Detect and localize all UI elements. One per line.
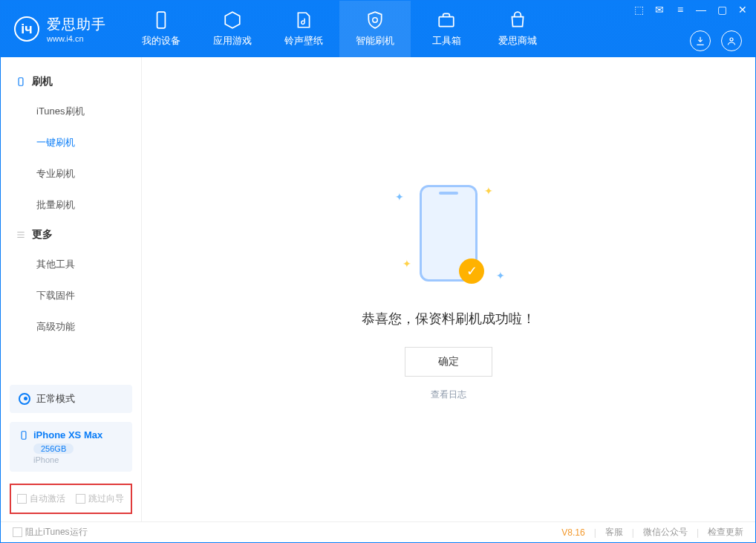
bag-icon <box>508 10 527 30</box>
block-itunes-checkbox[interactable]: 阻止iTunes运行 <box>13 526 88 539</box>
cube-icon <box>223 10 242 30</box>
phone-outline-icon: ✓ <box>420 185 478 282</box>
nav-label: 我的设备 <box>142 34 180 48</box>
feedback-icon[interactable]: ✉ <box>653 4 666 16</box>
device-name: iPhone XS Max <box>33 429 102 440</box>
shield-refresh-icon <box>365 10 385 30</box>
sidebar-section-more: 更多 <box>1 221 141 249</box>
nav-item-apps[interactable]: 应用游戏 <box>197 1 268 57</box>
device-phone-icon <box>19 430 29 440</box>
check-update-link[interactable]: 检查更新 <box>708 526 743 539</box>
sidebar-item-pro-flash[interactable]: 专业刷机 <box>1 158 141 189</box>
top-nav: 我的设备 应用游戏 铃声壁纸 智能刷机 工具箱 爱思商城 <box>126 1 553 57</box>
nav-item-ringtone[interactable]: 铃声壁纸 <box>268 1 339 57</box>
highlighted-options: 自动激活 跳过向导 <box>10 484 132 514</box>
svg-rect-1 <box>439 17 454 27</box>
minimize-button[interactable]: — <box>694 4 708 16</box>
app-name: 爱思助手 <box>47 15 106 34</box>
mode-card[interactable]: 正常模式 <box>10 385 132 413</box>
sidebar-item-itunes-flash[interactable]: iTunes刷机 <box>1 96 141 127</box>
nav-label: 铃声壁纸 <box>284 34 323 48</box>
device-card[interactable]: iPhone XS Max 256GB iPhone <box>10 422 132 472</box>
success-illustration: ✦ ✦ ✦ ✦ ✓ <box>382 178 515 289</box>
mode-label: 正常模式 <box>36 392 75 406</box>
logo-area: iч 爱思助手 www.i4.cn <box>1 15 120 43</box>
nav-item-device[interactable]: 我的设备 <box>126 1 197 57</box>
view-log-link[interactable]: 查看日志 <box>431 388 466 401</box>
skip-wizard-checkbox[interactable]: 跳过向导 <box>76 492 124 505</box>
phone-small-icon <box>16 77 26 87</box>
checkmark-icon: ✓ <box>459 259 484 284</box>
sidebar-item-other-tools[interactable]: 其他工具 <box>1 249 141 280</box>
skin-icon[interactable]: ⬚ <box>632 4 645 16</box>
window-controls: ⬚ ✉ ≡ — ▢ ✕ <box>632 4 749 16</box>
sidebar-item-onekey-flash[interactable]: 一键刷机 <box>1 127 141 158</box>
app-url: www.i4.cn <box>47 34 106 43</box>
success-message: 恭喜您，保资料刷机成功啦！ <box>362 310 535 328</box>
maximize-button[interactable]: ▢ <box>715 4 729 16</box>
sidebar-item-download-fw[interactable]: 下载固件 <box>1 280 141 311</box>
header: iч 爱思助手 www.i4.cn 我的设备 应用游戏 铃声壁纸 智能刷机 工具… <box>1 1 755 57</box>
support-link[interactable]: 客服 <box>605 526 623 539</box>
wechat-link[interactable]: 微信公众号 <box>643 526 688 539</box>
nav-item-tools[interactable]: 工具箱 <box>411 1 482 57</box>
list-icon <box>16 230 26 240</box>
toolbox-icon <box>437 10 456 30</box>
svg-rect-4 <box>22 431 26 439</box>
main-content: ✦ ✦ ✦ ✦ ✓ 恭喜您，保资料刷机成功啦！ 确定 查看日志 <box>142 57 755 521</box>
sidebar-item-advanced[interactable]: 高级功能 <box>1 311 141 342</box>
phone-icon <box>151 10 171 30</box>
close-button[interactable]: ✕ <box>736 4 749 16</box>
mode-dot-icon <box>19 393 30 405</box>
ok-button[interactable]: 确定 <box>405 347 492 377</box>
nav-item-store[interactable]: 爱思商城 <box>482 1 553 57</box>
header-actions <box>690 30 742 51</box>
download-button[interactable] <box>690 30 711 51</box>
svg-rect-3 <box>19 78 23 86</box>
svg-point-2 <box>730 38 733 41</box>
section-title: 刷机 <box>32 75 53 88</box>
nav-item-flash[interactable]: 智能刷机 <box>339 1 411 57</box>
nav-label: 工具箱 <box>432 34 461 48</box>
menu-icon[interactable]: ≡ <box>674 4 687 16</box>
sidebar-item-batch-flash[interactable]: 批量刷机 <box>1 189 141 221</box>
user-button[interactable] <box>721 30 742 51</box>
nav-label: 应用游戏 <box>213 34 252 48</box>
sidebar-section-flash: 刷机 <box>1 68 141 96</box>
version-label: V8.16 <box>561 527 584 538</box>
section-title: 更多 <box>32 228 53 241</box>
device-capacity: 256GB <box>33 443 74 454</box>
music-file-icon <box>294 10 313 30</box>
auto-activate-checkbox[interactable]: 自动激活 <box>17 492 65 505</box>
device-type: iPhone <box>33 455 123 464</box>
footer: 阻止iTunes运行 V8.16 | 客服 | 微信公众号 | 检查更新 <box>1 521 755 542</box>
nav-label: 智能刷机 <box>356 34 394 48</box>
logo-icon: iч <box>14 16 39 42</box>
svg-rect-0 <box>157 12 166 28</box>
sidebar: 刷机 iTunes刷机 一键刷机 专业刷机 批量刷机 更多 其他工具 下载固件 … <box>1 57 142 521</box>
nav-label: 爱思商城 <box>498 34 537 48</box>
